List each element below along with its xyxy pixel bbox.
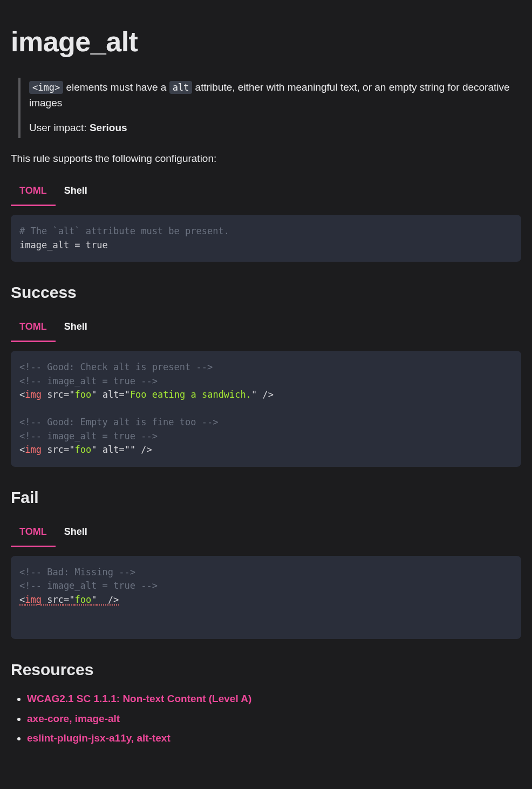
error-underline: <img src="foo" /> xyxy=(19,594,119,605)
tab-toml[interactable]: TOML xyxy=(11,519,56,547)
tab-shell[interactable]: Shell xyxy=(56,178,96,206)
resource-link-eslint[interactable]: eslint-plugin-jsx-a11y, alt-text xyxy=(27,732,170,744)
code-comment: <!-- image_alt = true --> xyxy=(19,376,158,386)
resources-heading: Resources xyxy=(11,657,521,682)
tab-shell[interactable]: Shell xyxy=(56,314,96,342)
code-punc: = xyxy=(119,444,124,455)
code-punc: = xyxy=(64,444,69,455)
inline-code-alt: alt xyxy=(169,81,193,94)
code-line: <img src="foo" alt="Foo eating a sandwic… xyxy=(19,388,513,402)
code-punc: = xyxy=(119,389,124,400)
config-codeblock: # The `alt` attribute must be present. i… xyxy=(11,215,521,262)
tab-shell[interactable]: Shell xyxy=(56,519,96,547)
code-space xyxy=(42,389,47,400)
code-line: image_alt = true xyxy=(19,240,108,250)
user-impact: User impact: Serious xyxy=(29,120,521,136)
code-punc: = xyxy=(64,389,69,400)
success-codeblock: <!-- Good: Check alt is present --> <!--… xyxy=(11,351,521,467)
fail-codeblock: <!-- Bad: Missing --> <!-- image_alt = t… xyxy=(11,556,521,640)
code-space xyxy=(42,594,47,605)
code-string: foo xyxy=(74,594,91,605)
code-punc: /> xyxy=(135,444,152,455)
code-punc: " xyxy=(69,594,74,605)
code-space xyxy=(97,389,102,400)
code-punc: = xyxy=(64,594,69,605)
code-line: <img src="foo" alt="" /> xyxy=(19,443,513,457)
resources-list: WCAG2.1 SC 1.1.1: Non-text Content (Leve… xyxy=(11,691,521,746)
code-punc: /> xyxy=(257,389,274,400)
fail-heading: Fail xyxy=(11,485,521,509)
code-string: Foo eating a sandwich. xyxy=(130,389,251,400)
list-item: WCAG2.1 SC 1.1.1: Non-text Content (Leve… xyxy=(27,691,521,707)
code-tag: img xyxy=(25,389,42,400)
success-tabs: TOML Shell xyxy=(11,314,521,342)
code-comment: <!-- image_alt = true --> xyxy=(19,431,158,441)
code-attr: alt xyxy=(103,444,119,455)
resource-link-axe[interactable]: axe-core, image-alt xyxy=(27,713,120,724)
code-punc: " xyxy=(91,389,97,400)
rule-summary: <img> elements must have a alt attribute… xyxy=(18,78,521,138)
summary-text: <img> elements must have a alt attribute… xyxy=(29,80,521,111)
list-item: eslint-plugin-jsx-a11y, alt-text xyxy=(27,731,521,746)
code-punc: " xyxy=(91,594,97,605)
list-item: axe-core, image-alt xyxy=(27,711,521,727)
code-space xyxy=(42,444,47,455)
resource-link-wcag[interactable]: WCAG2.1 SC 1.1.1: Non-text Content (Leve… xyxy=(27,693,251,704)
code-attr: src xyxy=(47,444,64,455)
code-comment: <!-- Good: Check alt is present --> xyxy=(19,362,213,372)
code-punc: " xyxy=(251,389,257,400)
impact-label: User impact: xyxy=(29,122,90,133)
code-comment: <!-- Bad: Missing --> xyxy=(19,567,135,577)
code-punc: < xyxy=(19,389,25,400)
impact-value: Serious xyxy=(90,122,127,133)
code-string: foo xyxy=(74,444,91,455)
code-string: foo xyxy=(74,389,91,400)
code-tag: img xyxy=(25,444,42,455)
code-punc: < xyxy=(19,444,25,455)
code-attr: src xyxy=(47,594,64,605)
code-punc: /> xyxy=(97,594,119,605)
code-comment: <!-- Good: Empty alt is fine too --> xyxy=(19,417,218,427)
code-punc: < xyxy=(19,594,25,605)
page-title: image_alt xyxy=(11,21,521,63)
code-punc: " xyxy=(125,389,130,400)
code-punc: " xyxy=(69,444,74,455)
code-punc: " xyxy=(91,444,97,455)
code-comment: <!-- image_alt = true --> xyxy=(19,580,158,591)
code-space xyxy=(97,444,102,455)
config-tabs: TOML Shell xyxy=(11,178,521,206)
summary-text-1: elements must have a xyxy=(63,81,169,93)
config-intro: This rule supports the following configu… xyxy=(11,151,521,167)
code-attr: alt xyxy=(103,389,119,400)
inline-code-img: <img> xyxy=(29,81,63,94)
code-tag: img xyxy=(25,594,42,605)
code-comment: # The `alt` attribute must be present. xyxy=(19,226,229,236)
code-line: <img src="foo" /> xyxy=(19,593,513,607)
code-punc: " xyxy=(125,444,130,455)
success-heading: Success xyxy=(11,280,521,304)
tab-toml[interactable]: TOML xyxy=(11,314,56,342)
code-attr: src xyxy=(47,389,64,400)
fail-tabs: TOML Shell xyxy=(11,519,521,547)
code-punc: " xyxy=(69,389,74,400)
code-punc: " xyxy=(130,444,135,455)
tab-toml[interactable]: TOML xyxy=(11,178,56,206)
